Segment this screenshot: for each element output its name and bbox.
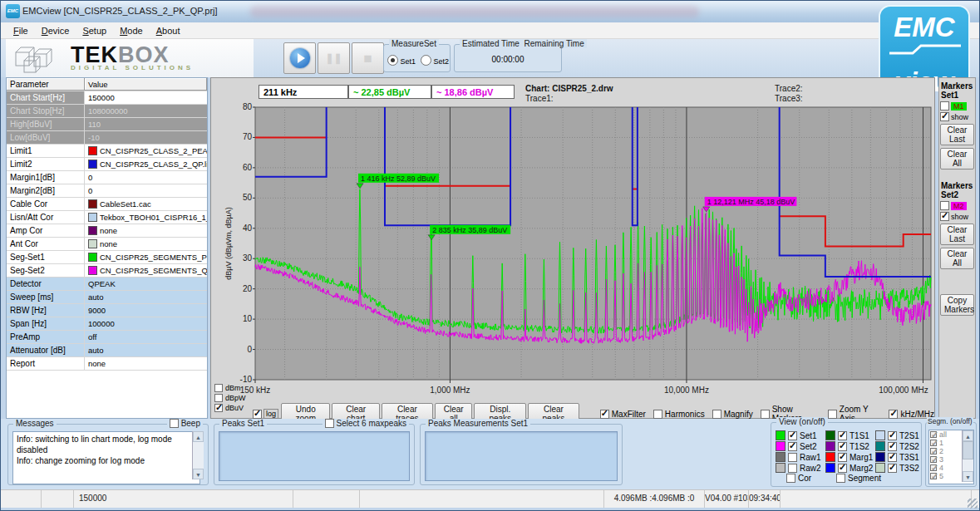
param-row[interactable]: Cable CorCableSet1.cac bbox=[7, 198, 207, 211]
clear-all-button[interactable]: Clear All bbox=[940, 148, 974, 170]
view-toggle-marg2[interactable]: Marg2 bbox=[825, 463, 875, 473]
messages-title: Messages bbox=[13, 419, 57, 428]
view-toggle-cor[interactable]: Cor bbox=[786, 474, 825, 483]
view-toggle-t1s1[interactable]: T1S1 bbox=[825, 430, 875, 440]
view-toggle-marg1[interactable]: Marg1 bbox=[825, 452, 875, 462]
peaks-measurements-title: Peaks Measurements Set1 bbox=[426, 419, 530, 428]
param-row[interactable]: DetectorQPEAK bbox=[7, 278, 207, 291]
radio-set1[interactable]: Set1 bbox=[387, 55, 416, 66]
param-row[interactable]: Margin2[dB]0 bbox=[7, 184, 207, 198]
header-band: TEKBOX DIGITAL SOLUTIONS ❚❚ ◼ MeasureSet… bbox=[1, 39, 979, 77]
run-button[interactable] bbox=[283, 42, 316, 74]
title-bar[interactable]: EMC EMCview [CN_CISPR25_CLASS_2_PK_QP.pr… bbox=[1, 1, 979, 23]
show-checkbox[interactable]: show bbox=[940, 212, 974, 221]
view-toggle-set1[interactable]: Set1 bbox=[776, 430, 825, 440]
time-group: Estimated Time Remaining Time 00:00:00 bbox=[454, 44, 562, 72]
show-checkbox[interactable]: show bbox=[940, 112, 974, 121]
stop-button[interactable]: ◼ bbox=[352, 42, 384, 74]
view-onoff-group: View (on/off) Set1T1S1T2S1Set2T1S2T2S2Ra… bbox=[771, 422, 922, 487]
messages-list[interactable]: Info: switching to lin chart mode, log m… bbox=[12, 431, 200, 484]
param-row[interactable]: PreAmpoff bbox=[7, 331, 207, 344]
clear-last-button[interactable]: Clear Last bbox=[940, 124, 974, 145]
param-row[interactable]: Attenuator [dB]auto bbox=[7, 344, 207, 357]
svg-text:60: 60 bbox=[243, 163, 253, 172]
marker-m2-checkbox[interactable]: M2 bbox=[940, 201, 974, 210]
param-row[interactable]: Reportnone bbox=[7, 357, 207, 371]
view-toggle-t3s1[interactable]: T3S1 bbox=[875, 452, 918, 462]
param-row[interactable]: Seg-Set2CN_CISPR25_SEGMENTS_QP.seg bbox=[7, 264, 207, 278]
spectrum-plot[interactable]: -1001020304050607080dBµV (dBµVm, dBµA)15… bbox=[211, 78, 934, 418]
menu-item-file[interactable]: File bbox=[7, 24, 34, 37]
menu-item-about[interactable]: About bbox=[150, 24, 186, 37]
menu-item-mode[interactable]: Mode bbox=[114, 24, 149, 37]
svg-text:40: 40 bbox=[243, 224, 253, 233]
plot-background bbox=[255, 107, 931, 380]
param-row[interactable]: Amp Cornone bbox=[7, 224, 207, 238]
peaks-set1-list[interactable] bbox=[219, 431, 410, 481]
clear-last-button[interactable]: Clear Last bbox=[940, 224, 974, 245]
view-toggle-raw1[interactable]: Raw1 bbox=[776, 452, 825, 462]
trace-color-swatch-icon bbox=[875, 463, 885, 473]
trace-color-swatch-icon bbox=[825, 430, 835, 440]
parameter-table-header: ParameterValue bbox=[7, 78, 207, 91]
view-toggle-t2s1[interactable]: T2S1 bbox=[875, 430, 918, 440]
segm-onoff-group: Segm. (on/off) all12345 ▲▼ bbox=[925, 422, 977, 487]
beep-checkbox[interactable]: Beep bbox=[167, 419, 203, 428]
param-row[interactable]: Chart Start[Hz]150000 bbox=[7, 91, 207, 105]
clear-all-button[interactable]: Clear All bbox=[940, 248, 974, 269]
trace-color-swatch-icon bbox=[825, 463, 835, 473]
view-toggle-t3s2[interactable]: T3S2 bbox=[875, 463, 918, 473]
trace-color-swatch-icon bbox=[875, 452, 885, 462]
marker-m1-checkbox[interactable]: M1 bbox=[940, 101, 974, 111]
maxpeaks-checkbox[interactable]: Select 6 maxpeaks bbox=[323, 419, 410, 428]
emc-logo-top-text: EMC bbox=[880, 12, 968, 43]
param-row[interactable]: Limit2CN_CISPR25_CLASS_2_QP.lim bbox=[7, 158, 207, 171]
resize-grip[interactable] bbox=[968, 499, 978, 509]
view-toggle-raw2[interactable]: Raw2 bbox=[776, 463, 825, 473]
color-swatch-icon bbox=[88, 199, 97, 209]
view-toggle-set2[interactable]: Set2 bbox=[776, 441, 825, 451]
copy-markers-button[interactable]: Copy Markers bbox=[940, 294, 974, 316]
y-axis-title: dBµV (dBµVm, dBµA) bbox=[224, 207, 233, 280]
log-checkbox[interactable]: log bbox=[253, 409, 278, 419]
param-row[interactable]: Chart Stop[Hz]108000000 bbox=[7, 105, 207, 118]
param-row[interactable]: Lisn/Att CorTekbox_TBOH01_CISPR16_1_2_A_… bbox=[7, 211, 207, 224]
trace-color-swatch-icon bbox=[776, 441, 785, 451]
svg-text:70: 70 bbox=[243, 132, 253, 141]
menu-item-device[interactable]: Device bbox=[36, 24, 76, 37]
param-row[interactable]: Seg-Set1CN_CISPR25_SEGMENTS_PEAK.seg bbox=[7, 251, 207, 264]
menu-item-setup[interactable]: Setup bbox=[76, 24, 112, 37]
view-toggle-t2s2[interactable]: T2S2 bbox=[875, 441, 918, 451]
status-cell bbox=[781, 490, 972, 508]
time-value: 00:00:00 bbox=[455, 55, 561, 64]
param-row[interactable]: Ant Cornone bbox=[7, 238, 207, 251]
x-tick-label: 100,000 MHz bbox=[879, 386, 928, 395]
window-title: EMCview [CN_CISPR25_CLASS_2_PK_QP.prj] bbox=[22, 6, 218, 16]
color-swatch-icon bbox=[88, 160, 97, 169]
radio-set2[interactable]: Set2 bbox=[421, 55, 449, 66]
param-row[interactable]: High[dBuV]110 bbox=[7, 118, 207, 131]
message-line: Info: switching to lin chart mode, log m… bbox=[17, 434, 196, 455]
peaks-measurements-list[interactable] bbox=[425, 431, 618, 481]
status-cell: 150000 bbox=[74, 490, 293, 508]
status-cell: 09:34:40 bbox=[749, 490, 781, 508]
view-toggle-segment[interactable]: Segment bbox=[836, 474, 875, 483]
emc-logo-zigzag-icon bbox=[883, 43, 966, 57]
param-row[interactable]: Low[dBuV]-10 bbox=[7, 131, 207, 145]
segm-scrollbar[interactable]: ▲▼ bbox=[962, 430, 973, 482]
segm-list[interactable]: all12345 ▲▼ bbox=[928, 430, 974, 484]
param-row[interactable]: Sweep [ms]auto bbox=[7, 291, 207, 304]
param-row[interactable]: Limit1CN_CISPR25_CLASS_2_PEAK.lim bbox=[7, 145, 207, 158]
messages-scrollbar[interactable]: ▲▼ bbox=[192, 431, 204, 479]
param-row[interactable]: Span [Hz]100000 bbox=[7, 317, 207, 331]
svg-text:0: 0 bbox=[247, 345, 252, 354]
color-swatch-icon bbox=[88, 253, 97, 262]
unit-checkbox-dbuv[interactable]: dBuV bbox=[214, 403, 246, 413]
param-row[interactable]: Margin1[dB]0 bbox=[7, 171, 207, 184]
pause-button[interactable]: ❚❚ bbox=[318, 42, 350, 74]
messages-group: Messages Beep Info: switching to lin cha… bbox=[7, 424, 209, 485]
view-toggle-t1s2[interactable]: T1S2 bbox=[825, 441, 875, 451]
param-row[interactable]: RBW [Hz]9000 bbox=[7, 304, 207, 317]
unit-checkbox-dbm[interactable]: dBm bbox=[214, 383, 246, 393]
emcview-window: EMC EMCview [CN_CISPR25_CLASS_2_PK_QP.pr… bbox=[0, 0, 980, 511]
